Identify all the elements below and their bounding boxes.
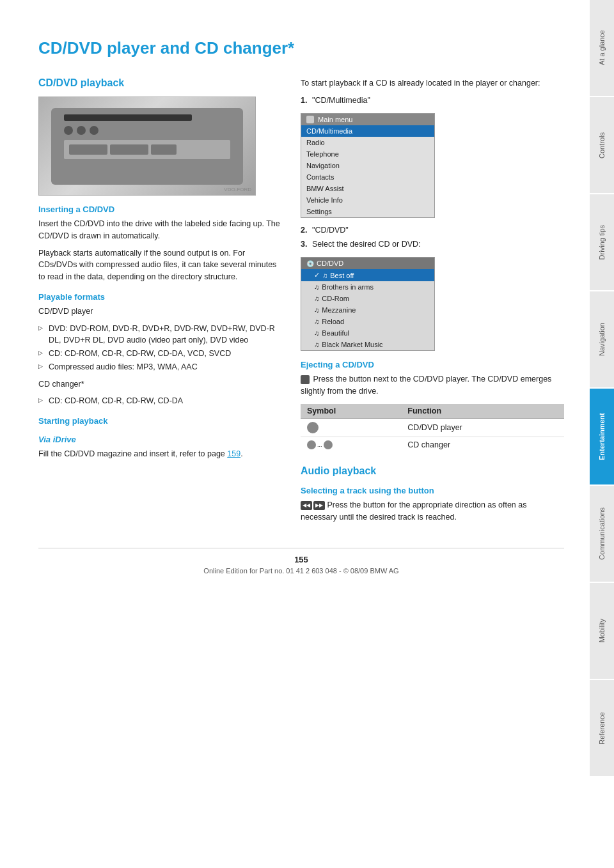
music-icon: ♫ [322,272,327,279]
table-col-function: Function [401,404,564,419]
music-icon-3: ♫ [314,295,319,302]
changer-symbol: ... [307,440,333,449]
cd-item-cdrom[interactable]: ♫ CD-Rom [301,293,434,304]
step-1: 1. "CD/Multimedia" [301,95,564,107]
menu-item-telephone[interactable]: Telephone [301,148,434,160]
sidebar-tabs: At a glance Controls Driving tips Naviga… [590,0,614,868]
steps-list: 1. "CD/Multimedia" [301,95,564,107]
image-watermark: VDO-FORD [224,187,251,192]
cd-item-reload[interactable]: ♫ Reload [301,316,434,327]
steps-list-2: 2. "CD/DVD" 3. Select the desired CD or … [301,224,564,251]
symbol-table: Symbol Function CD/DVD player [301,404,564,453]
menu-item-navigation[interactable]: Navigation [301,160,434,171]
page-footer: 155 Online Edition for Part no. 01 41 2 … [38,548,564,575]
menu-header-icon [306,116,314,123]
cd-item-best-off[interactable]: ✓ ♫ Best off [301,269,434,281]
formats-changer-label: CD changer* [38,378,281,391]
sidebar-item-entertainment[interactable]: Entertainment [590,389,614,484]
table-col-symbol: Symbol [301,404,401,419]
table-row: CD/DVD player [301,418,564,437]
formats-title: Playable formats [38,292,281,302]
starting-title: Starting playback [38,416,281,426]
step-3: 3. Select the desired CD or DVD: [301,238,564,251]
selecting-track-title: Selecting a track using the button [301,486,564,495]
page-title: CD/DVD player and CD changer* [38,38,564,58]
inserting-title: Inserting a CD/DVD [38,205,281,214]
cd-header-icon: 💿 [306,260,314,267]
intro-text: To start playback if a CD is already loc… [301,77,564,89]
cd-menu-screenshot: 💿 CD/DVD ✓ ♫ Best off ♫ Brothers in arms… [301,257,435,351]
menu-item-radio[interactable]: Radio [301,137,434,148]
cd-item-brothers[interactable]: ♫ Brothers in arms [301,281,434,293]
symbol-cd-dvd [301,418,401,437]
check-icon: ✓ [314,271,320,279]
changer-list: CD: CD-ROM, CD-R, CD-RW, CD-DA [38,395,281,407]
ejecting-text: Press the button next to the CD/DVD play… [301,373,564,398]
changer-cd-item: CD: CD-ROM, CD-R, CD-RW, CD-DA [38,395,281,407]
table-row-2: ... CD changer [301,437,564,453]
cd-item-black-market[interactable]: ♫ Black Market Music [301,339,434,350]
via-idrive-text: Fill the CD/DVD magazine and insert it, … [38,448,281,460]
music-icon-2: ♫ [314,283,319,291]
menu-header: Main menu [301,114,434,125]
cd-header: 💿 CD/DVD [301,258,434,269]
eject-icon [301,375,310,384]
cd-item-mezzanine[interactable]: ♫ Mezzanine [301,304,434,316]
music-icon-4: ♫ [314,306,319,314]
music-icon-7: ♫ [314,341,319,348]
sidebar-item-reference[interactable]: Reference [590,680,614,776]
menu-item-cd-multimedia[interactable]: CD/Multimedia [301,125,434,137]
sidebar-item-driving-tips[interactable]: Driving tips [590,194,614,290]
skip-buttons: ◀◀ ▶▶ [301,501,325,510]
sidebar-item-communications[interactable]: Communications [590,486,614,582]
sidebar-item-mobility[interactable]: Mobility [590,583,614,679]
page-number: 155 [38,555,564,564]
ejecting-title: Ejecting a CD/DVD [301,360,564,369]
cd-dvd-device-image: VDO-FORD [38,97,256,196]
step-2: 2. "CD/DVD" [301,224,564,236]
right-column: To start playback if a CD is already loc… [301,77,564,529]
cd-item-beautiful[interactable]: ♫ Beautiful [301,327,434,339]
selecting-track-text: ◀◀ ▶▶ Press the button for the appropria… [301,499,564,523]
function-changer: CD changer [401,437,564,453]
music-icon-5: ♫ [314,318,319,325]
prev-button[interactable]: ◀◀ [301,501,312,510]
formats-compressed-item: Compressed audio files: MP3, WMA, AAC [38,361,281,373]
formats-list: DVD: DVD-ROM, DVD-R, DVD+R, DVD-RW, DVD+… [38,323,281,373]
menu-item-contacts[interactable]: Contacts [301,171,434,183]
audio-playback-title: Audio playback [301,465,564,477]
formats-dvd-item: DVD: DVD-ROM, DVD-R, DVD+R, DVD-RW, DVD+… [38,323,281,347]
main-menu-screenshot: Main menu CD/Multimedia Radio Telephone … [301,113,435,218]
menu-item-vehicle-info[interactable]: Vehicle Info [301,194,434,206]
menu-item-settings[interactable]: Settings [301,206,434,217]
symbol-changer: ... [301,437,401,453]
sidebar-item-navigation[interactable]: Navigation [590,291,614,387]
audio-playback-section: Audio playback Selecting a track using t… [301,465,564,523]
footer-text: Online Edition for Part no. 01 41 2 603 … [203,567,398,575]
inserting-text1: Insert the CD/DVD into the drive with th… [38,218,281,242]
formats-player-label: CD/DVD player [38,306,281,318]
sidebar-item-at-a-glance[interactable]: At a glance [590,0,614,96]
formats-cd-item: CD: CD-ROM, CD-R, CD-RW, CD-DA, VCD, SVC… [38,348,281,360]
function-cd-dvd: CD/DVD player [401,418,564,437]
sidebar-item-controls[interactable]: Controls [590,97,614,193]
page-link-159[interactable]: 159 [227,449,240,458]
inserting-text2: Playback starts automatically if the sou… [38,247,281,283]
cd-dvd-symbol [307,422,319,433]
cd-dvd-playback-title: CD/DVD playback [38,77,281,89]
left-column: CD/DVD playback [38,77,281,529]
via-idrive-title: Via iDrive [38,435,281,444]
next-button[interactable]: ▶▶ [313,501,325,510]
music-icon-6: ♫ [314,329,319,337]
menu-item-bmw-assist[interactable]: BMW Assist [301,183,434,194]
